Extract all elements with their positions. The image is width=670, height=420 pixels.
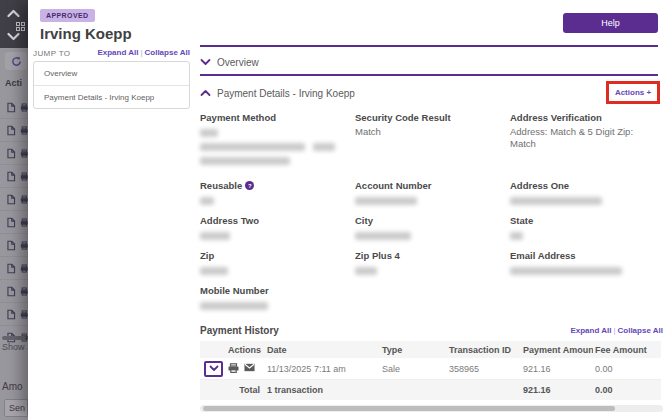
payment-history-section: Payment History Expand All|Collapse All … bbox=[200, 323, 663, 412]
column-header: Transaction ID bbox=[447, 345, 521, 355]
payment-details-flyout: APPROVED Irving Koepp Help JUMP TO Expan… bbox=[28, 0, 670, 420]
field-label: Account Number bbox=[355, 180, 510, 191]
redacted-value bbox=[200, 267, 228, 275]
redacted-value bbox=[200, 143, 305, 151]
field-address-one: Address One bbox=[510, 180, 661, 215]
link-separator: | bbox=[613, 326, 615, 335]
field-zip-plus-4: Zip Plus 4 bbox=[355, 250, 510, 285]
details-content: Overview Payment Details - Irving Koepp … bbox=[200, 0, 661, 420]
redacted-value bbox=[200, 302, 268, 310]
field-payment-method: Payment Method bbox=[200, 112, 355, 180]
modal-scrim[interactable] bbox=[0, 0, 28, 420]
field-label: Address Verification bbox=[510, 112, 661, 123]
horizontal-scrollbar-track[interactable] bbox=[200, 405, 663, 412]
collapse-all-link[interactable]: Collapse All bbox=[145, 48, 191, 57]
actions-menu-link[interactable]: Actions + bbox=[615, 88, 651, 97]
overview-section-title: Overview bbox=[217, 57, 259, 68]
redacted-value bbox=[200, 157, 290, 165]
envelope-icon bbox=[244, 363, 255, 372]
column-header: Payment Amount bbox=[521, 345, 593, 355]
payment-amount-cell: 921.16 bbox=[521, 364, 593, 374]
redacted-value bbox=[510, 232, 523, 240]
overview-section-header[interactable]: Overview bbox=[200, 53, 658, 71]
field-label: Email Address bbox=[510, 250, 661, 261]
print-receipt-button[interactable] bbox=[228, 363, 239, 375]
expand-all-link[interactable]: Expand All bbox=[97, 48, 138, 57]
expand-all-link[interactable]: Expand All bbox=[570, 326, 611, 335]
field-label: Address One bbox=[510, 180, 661, 191]
page-title: Irving Koepp bbox=[40, 25, 132, 42]
total-fee-amount: 0.00 bbox=[593, 385, 661, 395]
payment-history-title: Payment History bbox=[200, 325, 279, 336]
field-zip: Zip bbox=[200, 250, 355, 285]
transaction-id-cell: 358965 bbox=[447, 364, 521, 374]
redacted-value bbox=[510, 267, 622, 275]
redacted-value bbox=[355, 197, 417, 205]
payment-history-links: Expand All|Collapse All bbox=[570, 326, 663, 335]
total-label: Total bbox=[226, 385, 265, 395]
redacted-value bbox=[200, 232, 230, 240]
horizontal-scrollbar-thumb[interactable] bbox=[203, 406, 615, 411]
redacted-value bbox=[200, 197, 214, 205]
field-reusable: Reusable? bbox=[200, 180, 355, 215]
payment-details-fields: Payment MethodSecurity Code ResultMatchA… bbox=[200, 112, 661, 320]
redacted-value bbox=[355, 267, 377, 275]
field-email-address: Email Address bbox=[510, 250, 661, 285]
section-divider bbox=[200, 45, 658, 47]
redacted-value bbox=[313, 143, 335, 151]
redacted-value bbox=[355, 232, 411, 240]
payment-history-table: ActionsDateTypeTransaction IDPayment Amo… bbox=[200, 341, 661, 400]
payment-details-section-title: Payment Details - Irving Koepp bbox=[217, 88, 355, 99]
expand-cell bbox=[200, 361, 226, 377]
jump-to-item[interactable]: Overview bbox=[34, 62, 189, 85]
chevron-up-icon bbox=[200, 89, 211, 97]
collapse-all-link[interactable]: Collapse All bbox=[618, 326, 664, 335]
column-header: Date bbox=[265, 345, 380, 355]
status-badge: APPROVED bbox=[40, 9, 95, 22]
field-account-number: Account Number bbox=[355, 180, 510, 215]
fee-amount-cell: 0.00 bbox=[593, 364, 661, 374]
total-count: 1 transaction bbox=[265, 385, 380, 395]
field-label: Payment Method bbox=[200, 112, 355, 123]
background-page-strip: Acti Show Amo Sen bbox=[0, 0, 28, 420]
field-label: State bbox=[510, 215, 661, 226]
date-cell: 11/13/2025 7:11 am bbox=[265, 364, 380, 374]
field-mobile-number: Mobile Number bbox=[200, 285, 355, 320]
field-value: Address: Match & 5 Digit Zip: Match bbox=[510, 126, 661, 150]
field-value: Match bbox=[355, 126, 510, 138]
field-address-verification: Address VerificationAddress: Match & 5 D… bbox=[510, 112, 661, 180]
type-cell: Sale bbox=[380, 364, 447, 374]
redacted-value bbox=[200, 129, 218, 137]
table-total-row: Total1 transaction921.160.00 bbox=[200, 380, 661, 400]
help-tooltip-icon[interactable]: ? bbox=[245, 181, 254, 190]
chevron-down-icon bbox=[200, 58, 211, 66]
column-header: Actions bbox=[226, 345, 265, 355]
payment-details-section-header[interactable]: Payment Details - Irving Koepp Actions + bbox=[200, 81, 658, 105]
column-header: Type bbox=[380, 345, 447, 355]
expand-row-button[interactable] bbox=[204, 361, 223, 377]
field-security-code-result: Security Code ResultMatch bbox=[355, 112, 510, 180]
redacted-value bbox=[510, 197, 602, 205]
total-payment-amount: 921.16 bbox=[521, 385, 593, 395]
chevron-down-icon bbox=[209, 365, 219, 372]
annotation-highlight-box: Actions + bbox=[606, 81, 660, 104]
table-row: 11/13/2025 7:11 amSale358965921.160.00 bbox=[200, 358, 661, 380]
field-label: Zip Plus 4 bbox=[355, 250, 510, 261]
field-label: Reusable? bbox=[200, 180, 355, 191]
field-city: City bbox=[355, 215, 510, 250]
field-label: Zip bbox=[200, 250, 355, 261]
jump-to-item[interactable]: Payment Details - Irving Koepp bbox=[34, 85, 189, 108]
table-header-row: ActionsDateTypeTransaction IDPayment Amo… bbox=[200, 341, 661, 358]
section-divider bbox=[200, 74, 658, 76]
field-label: Address Two bbox=[200, 215, 355, 226]
field-label: City bbox=[355, 215, 510, 226]
column-header: Fee Amount bbox=[593, 345, 661, 355]
printer-icon bbox=[228, 363, 239, 373]
field-state: State bbox=[510, 215, 661, 250]
field-label: Security Code Result bbox=[355, 112, 510, 123]
field-label: Mobile Number bbox=[200, 285, 355, 296]
email-receipt-button[interactable] bbox=[244, 363, 255, 374]
link-separator: | bbox=[140, 48, 142, 57]
actions-cell bbox=[226, 363, 265, 375]
jump-to-links: Expand All|Collapse All bbox=[33, 48, 190, 57]
